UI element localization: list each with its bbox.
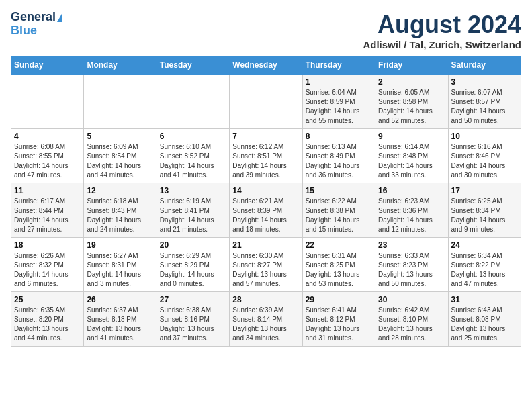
day-info: Sunrise: 6:05 AM Sunset: 8:58 PM Dayligh…: [378, 88, 445, 126]
weekday-header-saturday: Saturday: [448, 56, 521, 75]
day-info: Sunrise: 6:33 AM Sunset: 8:23 PM Dayligh…: [378, 251, 445, 289]
weekday-header-thursday: Thursday: [302, 56, 375, 75]
calendar-table: SundayMondayTuesdayWednesdayThursdayFrid…: [11, 56, 521, 347]
day-number: 24: [451, 240, 518, 250]
day-number: 7: [232, 132, 299, 141]
day-info: Sunrise: 6:09 AM Sunset: 8:54 PM Dayligh…: [87, 142, 153, 180]
calendar-title: August 2024: [363, 11, 521, 39]
logo-text-blue: Blue: [11, 24, 37, 38]
day-info: Sunrise: 6:04 AM Sunset: 8:59 PM Dayligh…: [306, 88, 372, 126]
calendar-cell: 16Sunrise: 6:23 AM Sunset: 8:36 PM Dayli…: [375, 183, 448, 238]
week-row-2: 4Sunrise: 6:08 AM Sunset: 8:55 PM Daylig…: [11, 129, 521, 183]
calendar-cell: 22Sunrise: 6:31 AM Sunset: 8:25 PM Dayli…: [302, 238, 375, 292]
day-number: 10: [451, 132, 518, 141]
calendar-cell: 10Sunrise: 6:16 AM Sunset: 8:46 PM Dayli…: [448, 129, 521, 183]
day-number: 22: [306, 240, 372, 250]
day-info: Sunrise: 6:26 AM Sunset: 8:32 PM Dayligh…: [14, 251, 81, 289]
day-info: Sunrise: 6:14 AM Sunset: 8:48 PM Dayligh…: [378, 142, 445, 180]
day-info: Sunrise: 6:17 AM Sunset: 8:44 PM Dayligh…: [14, 197, 81, 234]
calendar-cell: 26Sunrise: 6:37 AM Sunset: 8:18 PM Dayli…: [84, 292, 157, 347]
calendar-cell: 6Sunrise: 6:10 AM Sunset: 8:52 PM Daylig…: [157, 129, 229, 183]
calendar-cell: 24Sunrise: 6:34 AM Sunset: 8:22 PM Dayli…: [448, 238, 521, 292]
day-number: 23: [378, 240, 445, 250]
day-number: 14: [232, 186, 299, 195]
day-info: Sunrise: 6:23 AM Sunset: 8:36 PM Dayligh…: [378, 197, 445, 234]
calendar-cell: 4Sunrise: 6:08 AM Sunset: 8:55 PM Daylig…: [11, 129, 84, 183]
logo-triangle-icon: [57, 13, 62, 22]
day-number: 2: [378, 77, 445, 87]
calendar-cell: 5Sunrise: 6:09 AM Sunset: 8:54 PM Daylig…: [84, 129, 157, 183]
day-info: Sunrise: 6:08 AM Sunset: 8:55 PM Dayligh…: [14, 142, 81, 180]
calendar-cell: [11, 75, 84, 129]
calendar-cell: 25Sunrise: 6:35 AM Sunset: 8:20 PM Dayli…: [11, 292, 84, 347]
day-info: Sunrise: 6:41 AM Sunset: 8:12 PM Dayligh…: [306, 306, 372, 343]
day-info: Sunrise: 6:34 AM Sunset: 8:22 PM Dayligh…: [451, 251, 518, 289]
calendar-cell: 23Sunrise: 6:33 AM Sunset: 8:23 PM Dayli…: [375, 238, 448, 292]
weekday-header-wednesday: Wednesday: [230, 56, 302, 75]
calendar-cell: 2Sunrise: 6:05 AM Sunset: 8:58 PM Daylig…: [375, 75, 448, 129]
day-number: 3: [451, 77, 518, 87]
day-info: Sunrise: 6:16 AM Sunset: 8:46 PM Dayligh…: [451, 142, 518, 180]
calendar-cell: 21Sunrise: 6:30 AM Sunset: 8:27 PM Dayli…: [230, 238, 302, 292]
day-info: Sunrise: 6:30 AM Sunset: 8:27 PM Dayligh…: [232, 251, 299, 289]
title-block: August 2024 Adliswil / Tal, Zurich, Swit…: [363, 11, 521, 50]
calendar-cell: 14Sunrise: 6:21 AM Sunset: 8:39 PM Dayli…: [230, 183, 302, 238]
day-info: Sunrise: 6:21 AM Sunset: 8:39 PM Dayligh…: [232, 197, 299, 234]
day-number: 9: [378, 132, 445, 141]
calendar-cell: [157, 75, 229, 129]
calendar-cell: 9Sunrise: 6:14 AM Sunset: 8:48 PM Daylig…: [375, 129, 448, 183]
day-number: 11: [14, 186, 81, 195]
day-info: Sunrise: 6:22 AM Sunset: 8:38 PM Dayligh…: [306, 197, 372, 234]
day-number: 26: [87, 295, 153, 304]
calendar-cell: 3Sunrise: 6:07 AM Sunset: 8:57 PM Daylig…: [448, 75, 521, 129]
day-number: 5: [87, 132, 153, 141]
day-number: 29: [306, 295, 372, 304]
day-info: Sunrise: 6:35 AM Sunset: 8:20 PM Dayligh…: [14, 306, 81, 343]
day-info: Sunrise: 6:38 AM Sunset: 8:16 PM Dayligh…: [160, 306, 226, 343]
calendar-cell: 8Sunrise: 6:13 AM Sunset: 8:49 PM Daylig…: [302, 129, 375, 183]
logo-text-general: General: [11, 11, 56, 24]
day-info: Sunrise: 6:39 AM Sunset: 8:14 PM Dayligh…: [232, 306, 299, 343]
calendar-cell: [230, 75, 302, 129]
day-info: Sunrise: 6:10 AM Sunset: 8:52 PM Dayligh…: [160, 142, 226, 180]
day-number: 21: [232, 240, 299, 250]
calendar-cell: 17Sunrise: 6:25 AM Sunset: 8:34 PM Dayli…: [448, 183, 521, 238]
day-number: 8: [306, 132, 372, 141]
day-info: Sunrise: 6:18 AM Sunset: 8:43 PM Dayligh…: [87, 197, 153, 234]
day-number: 15: [306, 186, 372, 195]
week-row-5: 25Sunrise: 6:35 AM Sunset: 8:20 PM Dayli…: [11, 292, 521, 347]
calendar-cell: 18Sunrise: 6:26 AM Sunset: 8:32 PM Dayli…: [11, 238, 84, 292]
day-number: 6: [160, 132, 226, 141]
calendar-cell: [84, 75, 157, 129]
day-info: Sunrise: 6:42 AM Sunset: 8:10 PM Dayligh…: [378, 306, 445, 343]
day-info: Sunrise: 6:19 AM Sunset: 8:41 PM Dayligh…: [160, 197, 226, 234]
day-number: 25: [14, 295, 81, 304]
logo: General Blue: [11, 11, 62, 38]
calendar-cell: 1Sunrise: 6:04 AM Sunset: 8:59 PM Daylig…: [302, 75, 375, 129]
day-info: Sunrise: 6:12 AM Sunset: 8:51 PM Dayligh…: [232, 142, 299, 180]
day-info: Sunrise: 6:25 AM Sunset: 8:34 PM Dayligh…: [451, 197, 518, 234]
calendar-cell: 7Sunrise: 6:12 AM Sunset: 8:51 PM Daylig…: [230, 129, 302, 183]
day-number: 1: [306, 77, 372, 87]
day-number: 30: [378, 295, 445, 304]
calendar-cell: 13Sunrise: 6:19 AM Sunset: 8:41 PM Dayli…: [157, 183, 229, 238]
day-info: Sunrise: 6:27 AM Sunset: 8:31 PM Dayligh…: [87, 251, 153, 289]
weekday-header-row: SundayMondayTuesdayWednesdayThursdayFrid…: [11, 56, 521, 75]
weekday-header-monday: Monday: [84, 56, 157, 75]
day-number: 12: [87, 186, 153, 195]
day-number: 13: [160, 186, 226, 195]
weekday-header-tuesday: Tuesday: [157, 56, 229, 75]
calendar-cell: 28Sunrise: 6:39 AM Sunset: 8:14 PM Dayli…: [230, 292, 302, 347]
calendar-cell: 11Sunrise: 6:17 AM Sunset: 8:44 PM Dayli…: [11, 183, 84, 238]
day-info: Sunrise: 6:37 AM Sunset: 8:18 PM Dayligh…: [87, 306, 153, 343]
day-number: 19: [87, 240, 153, 250]
day-number: 18: [14, 240, 81, 250]
day-number: 17: [451, 186, 518, 195]
day-number: 27: [160, 295, 226, 304]
calendar-cell: 20Sunrise: 6:29 AM Sunset: 8:29 PM Dayli…: [157, 238, 229, 292]
calendar-cell: 19Sunrise: 6:27 AM Sunset: 8:31 PM Dayli…: [84, 238, 157, 292]
calendar-cell: 29Sunrise: 6:41 AM Sunset: 8:12 PM Dayli…: [302, 292, 375, 347]
calendar-cell: 30Sunrise: 6:42 AM Sunset: 8:10 PM Dayli…: [375, 292, 448, 347]
weekday-header-friday: Friday: [375, 56, 448, 75]
day-info: Sunrise: 6:43 AM Sunset: 8:08 PM Dayligh…: [451, 306, 518, 343]
